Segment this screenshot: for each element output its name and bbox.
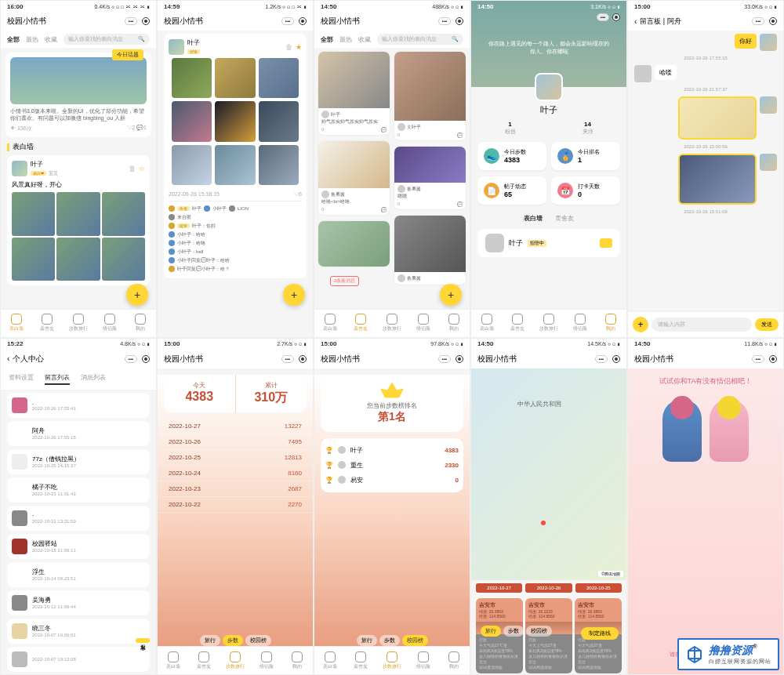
nav-me[interactable]: 我的 — [125, 310, 156, 337]
menu-icon[interactable]: ••• — [125, 355, 137, 363]
step-row[interactable]: 2022-10-232687 — [158, 481, 313, 497]
topic-card[interactable]: 今日话题 小情书3.0版本来啦。全新的UI，优化了部分功能，希望你们喜欢。有问题… — [5, 53, 151, 137]
map[interactable]: 中华人民共和国 ©腾讯地图 — [471, 368, 626, 580]
menu-icon[interactable]: ••• — [281, 355, 294, 363]
feed-card[interactable]: 鲁果酱哈咯<br>哈咯0💬 — [318, 140, 390, 216]
couple-upload-area[interactable]: 试试你和TA有没有情侣相吧！ 请在上方上传你和TA的头像吧 — [628, 368, 783, 675]
menu-icon[interactable]: ••• — [595, 355, 608, 363]
card-rank[interactable]: 🏅今日排名1 — [551, 142, 620, 170]
nav-steps[interactable]: 步数旅行 — [533, 310, 564, 337]
list-item[interactable]: 吴海勇2022-10-12 11:59:44 — [7, 590, 150, 615]
nav-roommate[interactable]: 卖舍友 — [503, 310, 534, 337]
tab-hot[interactable]: 最热 — [26, 35, 38, 44]
nav-couple[interactable]: 情侣脸 — [94, 310, 125, 337]
follow-stat[interactable]: 14关注 — [583, 121, 593, 136]
card-checkin[interactable]: 📅打卡天数0 — [551, 176, 620, 205]
target-icon[interactable] — [299, 17, 307, 25]
feed-card[interactable]: 鲁果酱嗯嗯0💬 — [394, 146, 466, 210]
list-item[interactable]: 橘子不吃2022-10-23 11:31:42 — [7, 477, 150, 503]
feed-card[interactable]: 鲁果酱 — [394, 215, 466, 285]
target-icon[interactable] — [142, 17, 150, 25]
step-row[interactable]: 2022-10-222270 — [158, 497, 313, 513]
feed-card[interactable] — [318, 220, 390, 267]
target-icon[interactable] — [142, 355, 150, 363]
target-icon[interactable] — [612, 13, 620, 21]
search-input[interactable]: 输入你要找的表白消息🔍 — [64, 34, 150, 45]
nav-wall[interactable]: 表白墙 — [314, 310, 346, 337]
step-row[interactable]: 2022-10-267495 — [158, 434, 313, 450]
list-item[interactable]: 2022-10-07 19:12:08 — [7, 647, 150, 672]
feed-card[interactable]: 女叶子0💬 — [394, 51, 466, 141]
search-input[interactable]: 输入你要找的表白消息🔍 — [377, 34, 463, 45]
list-item[interactable]: 阿舟2022-10-26 17:55:15 — [7, 421, 150, 446]
attach-button[interactable]: + — [633, 317, 648, 332]
tab-fav[interactable]: 收藏 — [45, 35, 57, 44]
target-icon[interactable] — [612, 355, 620, 363]
post-card[interactable]: 叶子 表白❤ 宝莲 🗑 ☆ 风景真好呀，开心 — [7, 155, 150, 285]
msg-in[interactable]: 哈喽 — [628, 62, 783, 85]
nav-steps[interactable]: 步数旅行 — [376, 310, 408, 337]
nav-couple[interactable]: 情侣脸 — [564, 310, 596, 337]
target-icon[interactable] — [299, 355, 307, 363]
star-icon[interactable]: ★ — [296, 43, 302, 51]
list-item[interactable]: ·2022-10-22 13:31:59 — [7, 506, 150, 531]
compose-button[interactable]: + — [283, 284, 305, 306]
menu-icon[interactable]: ••• — [752, 17, 764, 25]
message-input[interactable]: 请输入内容 — [652, 318, 752, 332]
avatar[interactable] — [12, 161, 27, 176]
tab-all[interactable]: 全部 — [7, 35, 20, 44]
nav-me[interactable]: 我的 — [595, 310, 626, 337]
avatar[interactable] — [535, 73, 563, 101]
nav-roommate[interactable]: 卖舍友 — [32, 310, 64, 337]
nav-roommate[interactable]: 卖舍友 — [346, 310, 377, 337]
step-row[interactable]: 2022-10-248160 — [158, 466, 313, 481]
msg-image[interactable] — [628, 151, 783, 208]
msg-out[interactable]: 你好 — [628, 31, 783, 54]
star-icon[interactable]: ☆ — [139, 165, 145, 172]
menu-icon[interactable]: ••• — [597, 13, 609, 21]
menu-icon[interactable]: ••• — [438, 355, 451, 363]
fans-stat[interactable]: 1粉丝 — [505, 121, 516, 136]
like-count[interactable]: ♡6 — [294, 191, 302, 198]
target-icon[interactable] — [456, 17, 463, 25]
menu-icon[interactable]: ••• — [438, 17, 451, 25]
avatar[interactable] — [169, 39, 184, 55]
target-icon[interactable] — [769, 355, 777, 363]
list-item[interactable]: 77z（借钱拉黑）2022-10-25 14:15:37 — [7, 449, 150, 474]
back-icon[interactable]: ‹ — [634, 17, 637, 26]
nav-wall[interactable]: 表白墙 — [471, 310, 503, 337]
list-item[interactable]: 校园驿站2022-10-18 21:59:11 — [7, 534, 150, 559]
step-row[interactable]: 2022-10-2512813 — [158, 450, 313, 466]
menu-icon[interactable]: ••• — [752, 355, 764, 363]
service-button[interactable]: 客服 — [136, 638, 150, 643]
trash-icon[interactable]: 🗑 — [285, 43, 292, 51]
msg-image[interactable] — [628, 93, 783, 143]
nav-me[interactable]: 我的 — [438, 310, 470, 337]
list-item[interactable]: 浮生2022-10-14 09:23:51 — [7, 562, 150, 587]
photo-grid[interactable] — [169, 55, 302, 188]
list-item[interactable]: 晓三冬2022-10-07 19:06:01 — [7, 619, 150, 644]
compose-button[interactable]: + — [126, 284, 148, 306]
back-icon[interactable]: ‹ — [7, 354, 9, 363]
new-msg-chip[interactable]: 2条新消息 — [330, 276, 359, 286]
comment-icon[interactable]: 💬1 — [136, 125, 147, 130]
target-icon[interactable] — [769, 17, 777, 25]
list-item[interactable]: .2022-10-26 17:55:41 — [7, 393, 150, 418]
nav-steps[interactable]: 步数旅行 — [63, 310, 94, 337]
edit-icon[interactable] — [600, 238, 612, 248]
feed-card[interactable]: 叶子帅气其实帅气其实帅气其实0💬 — [318, 51, 390, 136]
nav-wall[interactable]: 表白墙 — [1, 310, 32, 337]
card-steps[interactable]: 👟今日步数4383 — [477, 142, 546, 170]
send-button[interactable]: 发送 — [755, 318, 779, 331]
like-icon[interactable]: ♡2 — [127, 125, 135, 130]
set-route-button[interactable]: 制定路线 — [581, 627, 619, 640]
step-row[interactable]: 2022-10-2713227 — [158, 419, 313, 434]
post-images[interactable] — [12, 192, 145, 281]
friend-item[interactable]: 叶子 招管中 — [477, 229, 620, 257]
compose-button[interactable]: + — [440, 284, 462, 306]
trash-icon[interactable]: 🗑 — [129, 165, 136, 172]
nav-couple[interactable]: 情侣脸 — [408, 310, 439, 337]
target-icon[interactable] — [456, 355, 463, 363]
menu-icon[interactable]: ••• — [281, 17, 294, 25]
menu-icon[interactable]: ••• — [125, 17, 137, 25]
